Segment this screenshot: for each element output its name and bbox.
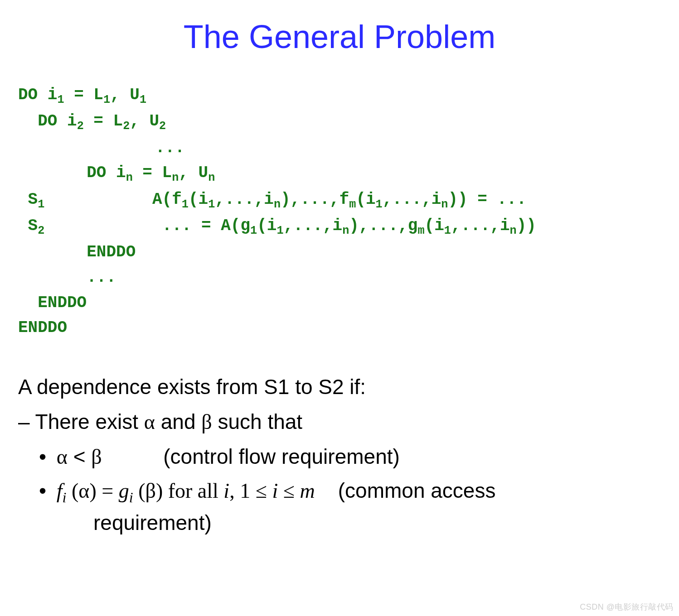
open-paren: ( — [67, 479, 79, 502]
i-var: i — [223, 479, 229, 502]
text-sub1: – There exist α and β such that — [18, 407, 661, 437]
text-block: A dependence exists from S1 to S2 if: – … — [18, 372, 661, 537]
m-var: m — [300, 479, 315, 502]
common-access-note-1: (common access — [338, 479, 496, 502]
bullet-icon: • — [39, 476, 51, 505]
alpha-symbol-3: α — [78, 479, 89, 502]
gi-func: gi — [119, 479, 133, 502]
range-2: ≤ — [278, 479, 300, 502]
code-line-s1: S1 A(f1(i1,...,in),...,fm(i1,...,in)) = … — [18, 190, 526, 209]
open-paren-2: ( — [133, 479, 146, 502]
page-title: The General Problem — [18, 18, 661, 55]
bullet-control-flow: • α < β (control flow requirement) — [39, 442, 661, 472]
code-line-8: ... — [18, 268, 116, 287]
lt-text: < — [68, 445, 91, 468]
bullet-icon: • — [39, 442, 51, 471]
code-line-2: DO i2 = L2, U2 — [18, 112, 166, 130]
code-line-9: ENDDO — [18, 294, 87, 312]
text-lead: A dependence exists from S1 to S2 if: — [18, 372, 661, 401]
bullet-common-access: • fi (α) = gi (β) for all i, 1 ≤ i ≤ m (… — [39, 476, 661, 537]
code-line-3: ... — [18, 139, 184, 157]
code-line-4: DO in = Ln, Un — [18, 164, 215, 182]
code-line-10: ENDDO — [18, 318, 67, 337]
range-1: , 1 ≤ — [229, 479, 272, 502]
eq-text: ) = — [89, 479, 118, 502]
common-access-note-2: requirement) — [93, 508, 661, 537]
fi-func: fi — [57, 479, 67, 502]
text-and: and — [155, 410, 201, 433]
text-sub1-prefix: – There exist — [18, 410, 144, 433]
code-line-1: DO i1 = L1, U1 — [18, 86, 146, 104]
code-line-s2: S2 ... = A(g1(i1,...,in),...,gm(i1,...,i… — [18, 217, 536, 235]
for-all: for all — [163, 479, 223, 502]
i-var-2: i — [272, 479, 278, 502]
beta-symbol: β — [201, 410, 212, 433]
alpha-symbol: α — [144, 410, 155, 433]
code-line-7: ENDDO — [18, 243, 136, 261]
beta-symbol-2: β — [91, 445, 102, 468]
alpha-symbol-2: α — [57, 445, 68, 468]
close-paren: ) — [156, 479, 163, 502]
code-block: DO i1 = L1, U1 DO i2 = L2, U2 ... DO in … — [18, 82, 661, 341]
text-sub1-suffix: such that — [212, 410, 302, 433]
beta-symbol-3: β — [146, 479, 156, 502]
control-flow-note: (control flow requirement) — [163, 445, 400, 468]
